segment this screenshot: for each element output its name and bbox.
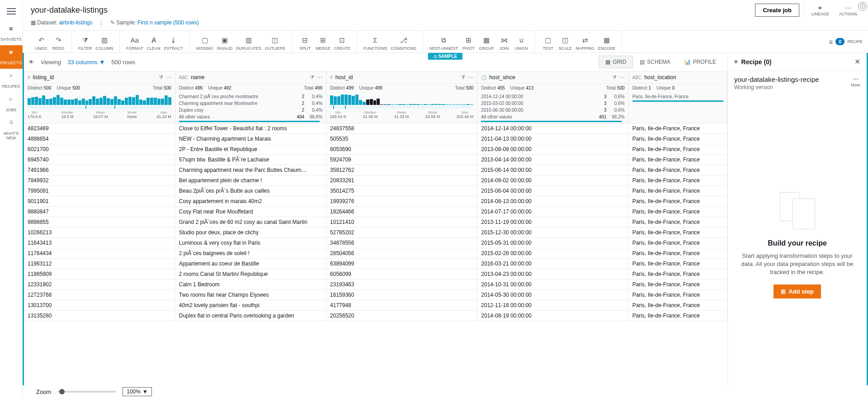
duplicates-button[interactable]: ▥DUPLICATES [234,36,263,51]
table-row[interactable]: 13135280Duplex flat in central Paris ove… [24,311,727,321]
sample-badge: ◇ SAMPLE [428,53,462,60]
recipe-more-button[interactable]: ⋯More [851,76,860,87]
functions-icon: Σ [363,36,387,44]
create-job-button[interactable]: Create job [755,4,799,17]
sample-link[interactable]: First n sample (500 rows) [137,19,198,26]
split-icon: ⊟ [298,36,312,44]
more-icon[interactable]: ⋯ [468,74,473,81]
list-icon: ≡ [829,38,833,46]
group-button[interactable]: ▦GROUP [477,36,495,51]
encode-button[interactable]: ▦ENCODE [596,36,618,51]
table-row[interactable]: 9011901Cosy appartement in marais 40m219… [24,196,727,207]
functions-button[interactable]: ΣFUNCTIONS [362,36,389,51]
merge-icon: ⊞ [316,36,330,44]
menu-icon[interactable] [7,8,16,14]
list-icon: ≡ [734,58,738,65]
join-button[interactable]: ⋈JOIN [495,36,513,51]
missing-button[interactable]: ▢MISSING [194,36,215,51]
nav-datasets[interactable]: ▦DATASETS [0,22,23,45]
tab-schema[interactable]: ▤SCHEMA [633,56,677,68]
nest-button[interactable]: ⧉NEST-UNNEST [428,36,460,51]
zoom-slider[interactable] [57,391,116,393]
close-icon[interactable]: ✕ [854,57,860,66]
pivot-icon: ⊞ [462,36,475,44]
columns-dropdown[interactable]: 33 columns ▼ [67,59,105,66]
add-icon: ⊞ [781,288,786,295]
col-header-listing-id[interactable]: #listing_id⧩⋯ Distinct500Unique500Total5… [24,71,175,123]
filter-icon[interactable]: ⧩ [612,74,617,81]
invalid-icon: ▣ [217,36,232,44]
more-icon[interactable]: ⋯ [166,74,171,81]
mapping-button[interactable]: ⇄MAPPING [574,36,596,51]
table-row[interactable]: 1301370040m2 lovely parisien flat - sout… [24,300,727,311]
table-row[interactable]: 11963112Appartement au coeur de Bastille… [24,259,727,269]
col-header-name[interactable]: ABCname⧩⋯ Distinct496Unique492Total499 C… [175,71,326,123]
zoom-select[interactable]: 100%▼ [123,387,152,396]
recipe-steps-button[interactable]: ≡ 0 RECIPE [829,38,863,46]
undo-button[interactable]: ↶UNDO [33,36,50,51]
clean-button[interactable]: A̷CLEAN [145,36,162,51]
dataset-icon: ▦ [31,19,37,26]
filter-icon[interactable]: ⧩ [461,74,465,81]
conditions-button[interactable]: ⎇CONDITIONS [389,36,418,51]
scale-icon: ◫ [558,36,572,44]
table-row[interactable]: 4823489Close to Eiffel Tower - Beautiful… [24,123,727,134]
actions-button[interactable]: ⋯ACTIONS [836,5,860,16]
string-icon: ABC [179,75,189,80]
union-button[interactable]: ∪UNION [513,36,530,51]
data-grid[interactable]: #listing_id⧩⋯ Distinct500Unique500Total5… [24,71,727,389]
column-button[interactable]: ▥COLUMN [94,36,115,51]
table-row[interactable]: 694574057sqm btw. Bastille & PÃ¨re Lacha… [24,155,727,165]
project-title: your-datalake-listings [31,5,108,15]
news-icon: ☰ [7,120,16,129]
more-icon[interactable]: ⋯ [317,74,322,81]
nav-recipes[interactable]: ≡RECIPES [0,69,23,92]
nav-projects[interactable]: ▦PROJECTS [0,45,23,69]
table-row[interactable]: 7995091Beau 2piÃ¨ces prÃ¨s Butte aux cai… [24,186,727,196]
invalid-button[interactable]: ▣INVALID [215,36,234,51]
add-step-button[interactable]: ⊞Add step [774,284,821,298]
create-button[interactable]: ⊡CREATE [332,36,352,51]
zoom-label: Zoom [36,389,51,395]
text-button[interactable]: ▢TEXT [539,36,557,51]
col-header-host-id[interactable]: #host_id⧩⋯ Distinct499Unique498Total500 … [326,71,477,123]
table-row[interactable]: 12723768Two rooms flat near Champs Elyse… [24,290,727,300]
recipe-title: Recipe (0) [741,58,772,66]
sample-icon: ✎ [110,19,116,26]
tab-grid[interactable]: ▦GRID [599,56,633,68]
info-icon[interactable]: ⓘ [858,2,867,11]
table-row[interactable]: 119859092 rooms Canal St Martin/ Republi… [24,269,727,280]
merge-button[interactable]: ⊞MERGE [314,36,332,51]
more-icon[interactable]: ⋯ [619,74,625,81]
format-button[interactable]: AaFORMAT [124,36,145,51]
text-icon: ▢ [541,36,555,44]
recipe-description: Start applying transformation steps to y… [741,252,854,277]
nav-whatsnew[interactable]: ☰WHAT'S NEW [0,116,23,144]
table-row[interactable]: 4898654NEW - Charming apartment Le Marai… [24,134,727,144]
recipe-panel: ≡ Recipe (0) ✕ your-datalake-listings-re… [727,53,867,397]
table-row[interactable]: 117644342 piÃ¨ces baignees de soleil !28… [24,248,727,259]
table-row[interactable]: 9880847Cosy Flat near Rue Mouffetard1826… [24,207,727,217]
extract-button[interactable]: ⤓EXTRACT [162,36,185,51]
filter-icon[interactable]: ⧩ [310,74,314,81]
table-row[interactable]: 9898855Grand 2 piÃ¨ces de 60 m2 cosy au … [24,217,727,227]
lineage-button[interactable]: ⚭LINEAGE [809,5,832,16]
filter-button[interactable]: ⧩FILTER [76,36,94,51]
tab-profile[interactable]: 📊PROFILE [677,56,723,68]
table-row[interactable]: 11643413Luminous & very cosy flat in Par… [24,238,727,248]
table-row[interactable]: 7491966Charming appartment near the Parc… [24,165,727,175]
dataset-link[interactable]: airbnb-listings [59,19,92,26]
filter-icon[interactable]: ⧩ [159,74,163,81]
col-header-host-since[interactable]: 🕒host_since⧩⋯ Distinct455Unique413Total5… [477,71,628,123]
table-row[interactable]: 7849932Bel appartement plein de charme !… [24,175,727,186]
nav-jobs[interactable]: ▷JOBS [0,92,23,116]
table-row[interactable]: 12331902Calm 1 Bedroom231934632014-10-31… [24,280,727,290]
pivot-button[interactable]: ⊞PIVOT [460,36,477,51]
col-header-host-location[interactable]: ABChost_location Distinct1Unique0 Paris,… [628,71,727,123]
split-button[interactable]: ⊟SPLIT [297,36,314,51]
redo-button[interactable]: ↷REDO [50,36,67,51]
outliers-button[interactable]: ◫OUTLIERS [263,36,287,51]
table-row[interactable]: 60217002P - Entre Bastille et Republique… [24,144,727,155]
scale-button[interactable]: ◫SCALE [557,36,574,51]
table-row[interactable]: 10266213Studio pour deux, place de clich… [24,227,727,238]
